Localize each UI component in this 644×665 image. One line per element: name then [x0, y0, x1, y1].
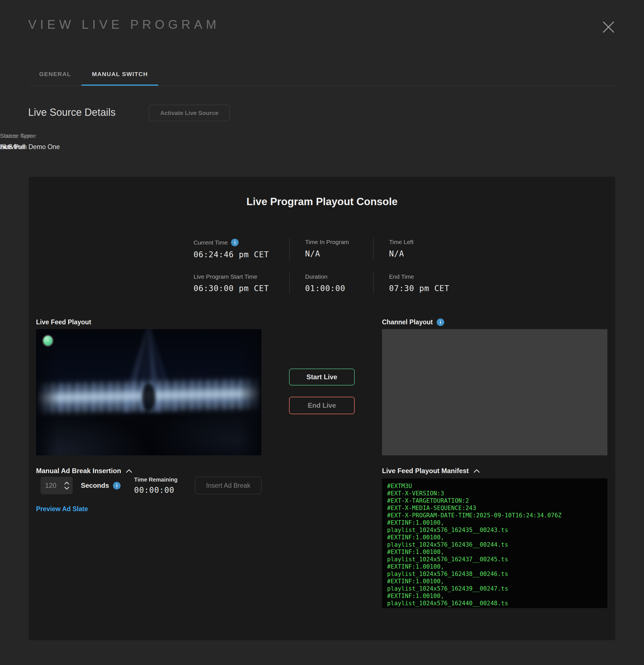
video-edge-fade [36, 329, 261, 455]
close-button[interactable] [601, 20, 616, 34]
time-remaining-value: 00:00:00 [134, 486, 177, 495]
insert-ad-break-button[interactable]: Insert Ad Break [195, 477, 261, 494]
live-source-details-title: Live Source Details [28, 107, 116, 118]
tab-bar: GENERAL MANUAL SWITCH [29, 62, 158, 86]
manifest-header: Live Feed Playout Manifest [382, 467, 480, 475]
end-time-label: End Time [389, 273, 414, 280]
live-feed-playout-label: Live Feed Playout [36, 318, 91, 326]
live-status-indicator [42, 335, 54, 347]
collapse-chevron-icon[interactable] [473, 469, 480, 473]
manifest-viewer[interactable]: #EXTM3U #EXT-X-VERSION:3 #EXT-X-TARGETDU… [382, 478, 607, 608]
current-time-value: 06:24:46 pm CET [194, 250, 289, 259]
status-label: Status [0, 132, 18, 139]
time-left-value: N/A [389, 249, 475, 259]
status-value: Active [0, 143, 18, 151]
collapse-chevron-icon[interactable] [125, 469, 132, 473]
info-icon[interactable]: i [231, 239, 239, 246]
stat-time-left: Time Left N/A [373, 238, 475, 260]
playout-console-panel: Live Program Playout Console Current Tim… [29, 177, 615, 640]
stat-duration: Duration 01:00:00 [289, 273, 373, 293]
duration-label: Duration [305, 273, 327, 280]
start-time-value: 06:30:00 pm CET [194, 284, 289, 293]
manual-ad-break-title: Manual Ad Break Insertion [36, 467, 121, 475]
start-time-label: Live Program Start Time [194, 273, 257, 280]
page-title: VIEW LIVE PROGRAM [28, 17, 220, 32]
time-remaining-label: Time Remaining [134, 476, 177, 483]
end-live-button[interactable]: End Live [289, 397, 355, 414]
current-time-label: Current Time [194, 239, 228, 246]
duration-value: 01:00:00 [305, 284, 373, 293]
tabs-divider [29, 86, 615, 86]
activate-live-source-button[interactable]: Activate Live Source [149, 105, 230, 121]
time-remaining-block: Time Remaining 00:00:00 [134, 476, 177, 495]
time-stats-grid: Current Time i 06:24:46 pm CET Time In P… [194, 238, 475, 293]
time-in-program-value: N/A [305, 249, 373, 259]
time-in-program-label: Time In Program [305, 239, 349, 245]
time-left-label: Time Left [389, 239, 413, 245]
stepper-up-icon[interactable] [64, 481, 69, 484]
live-feed-playout-label-text: Live Feed Playout [36, 318, 91, 326]
status-field: Status Active [0, 132, 18, 151]
info-icon[interactable]: i [113, 482, 121, 490]
manual-ad-break-header: Manual Ad Break Insertion [36, 467, 132, 475]
stat-time-in-program: Time In Program N/A [289, 238, 373, 260]
seconds-label: Seconds [81, 481, 109, 490]
start-live-button[interactable]: Start Live [289, 368, 355, 385]
manifest-title: Live Feed Playout Manifest [382, 467, 469, 475]
channel-playout-label-text: Channel Playout [382, 318, 433, 326]
tab-general[interactable]: GENERAL [29, 62, 81, 86]
manifest-content: #EXTM3U #EXT-X-VERSION:3 #EXT-X-TARGETDU… [382, 478, 607, 608]
console-title: Live Program Playout Console [29, 196, 615, 208]
stepper-down-icon[interactable] [64, 487, 69, 490]
stat-end-time: End Time 07:30 pm CET [373, 273, 475, 293]
channel-playout-preview [382, 329, 607, 455]
preview-ad-slate-link[interactable]: Preview Ad Slate [36, 505, 88, 513]
end-time-value: 07:30 pm CET [389, 284, 475, 293]
close-icon [602, 21, 615, 34]
channel-playout-label: Channel Playout i [382, 318, 444, 326]
ad-break-controls: 120 Seconds i Time Remaining 00:00:00 In… [41, 477, 261, 494]
seconds-stepper[interactable]: 120 [41, 477, 73, 494]
info-icon[interactable]: i [437, 318, 444, 326]
seconds-stepper-value[interactable]: 120 [45, 481, 56, 490]
stat-current-time: Current Time i 06:24:46 pm CET [194, 238, 289, 260]
live-feed-video [36, 329, 261, 455]
tab-manual-switch[interactable]: MANUAL SWITCH [81, 62, 158, 86]
stat-start-time: Live Program Start Time 06:30:00 pm CET [194, 273, 289, 293]
